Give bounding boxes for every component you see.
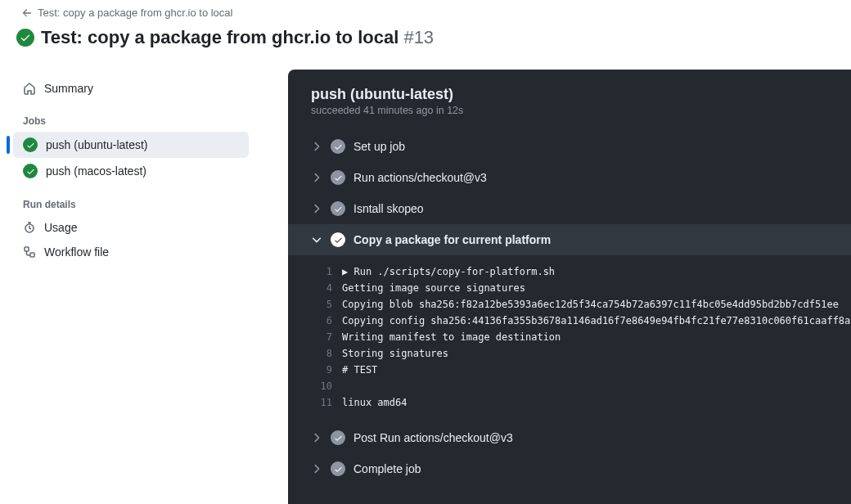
sidebar-workflow-file[interactable]: Workflow file: [13, 240, 249, 264]
steps-list: Set up job Run actions/checkout@v3 Isnta…: [288, 126, 851, 489]
chevron-right-icon: [311, 463, 322, 475]
svg-rect-1: [25, 247, 29, 251]
check-icon: [23, 164, 38, 178]
log-line-text: # TEST: [342, 362, 377, 378]
sidebar-job-macos[interactable]: push (macos-latest): [13, 158, 249, 184]
sidebar-job-ubuntu[interactable]: push (ubuntu-latest): [13, 132, 249, 158]
home-icon: [23, 82, 36, 95]
log-line: 4Getting image source signatures: [311, 280, 828, 296]
stopwatch-icon: [23, 221, 36, 234]
check-icon: [331, 170, 345, 185]
step-checkout[interactable]: Run actions/checkout@v3: [288, 162, 851, 193]
log-line: 1▶ Run ./scripts/copy-for-platform.sh: [311, 263, 828, 280]
log-line-number: 9: [311, 362, 332, 378]
chevron-right-icon: [311, 203, 322, 214]
step-label: Isntall skopeo: [353, 202, 424, 215]
back-link[interactable]: Test: copy a package from ghcr.io to loc…: [21, 7, 232, 19]
log-line: 9# TEST: [311, 362, 828, 378]
step-label: Set up job: [353, 140, 405, 153]
log-line: 10: [311, 378, 828, 394]
job-subtitle: succeeded 41 minutes ago in 12s: [311, 105, 828, 116]
sidebar-rundetails-heading: Run details: [13, 184, 249, 215]
step-setup-job[interactable]: Set up job: [288, 131, 851, 162]
chevron-right-icon: [311, 172, 322, 183]
check-icon: [331, 139, 345, 154]
log-line-text: Storing signatures: [342, 345, 448, 362]
sidebar-usage-label: Usage: [44, 221, 77, 234]
step-post-checkout[interactable]: Post Run actions/checkout@v3: [288, 422, 851, 453]
step-label: Post Run actions/checkout@v3: [353, 431, 513, 444]
log-line-number: 5: [311, 296, 332, 313]
log-line-number: 11: [311, 394, 332, 411]
step-label: Copy a package for current platform: [353, 233, 551, 246]
log-panel: push (ubuntu-latest) succeeded 41 minute…: [288, 70, 851, 504]
check-icon: [331, 430, 345, 445]
check-icon: [331, 232, 345, 247]
log-line-number: 7: [311, 329, 332, 345]
check-icon: [331, 461, 345, 476]
job-header: push (ubuntu-latest) succeeded 41 minute…: [288, 70, 851, 126]
page-title: Test: copy a package from ghcr.io to loc…: [41, 27, 434, 48]
log-line-text: ▶ Run ./scripts/copy-for-platform.sh: [342, 263, 555, 280]
sidebar-job-label: push (ubuntu-latest): [46, 138, 148, 151]
log-line: 11linux amd64: [311, 394, 828, 411]
log-line-number: 8: [311, 345, 332, 362]
log-line: 8Storing signatures: [311, 345, 828, 362]
chevron-down-icon: [311, 234, 322, 245]
log-line: 6Copying config sha256:44136fa355b3678a1…: [311, 313, 828, 329]
sidebar-summary-label: Summary: [44, 82, 93, 95]
log-line-text: Copying blob sha256:f82a12be5393a6ec12d5…: [342, 296, 839, 313]
sidebar-summary[interactable]: Summary: [13, 76, 249, 101]
step-label: Complete job: [353, 462, 421, 475]
log-line-number: 6: [311, 313, 332, 329]
log-line-number: 4: [311, 280, 332, 296]
step-install-skopeo[interactable]: Isntall skopeo: [288, 193, 851, 224]
log-line-number: 1: [311, 263, 332, 280]
step-complete-job[interactable]: Complete job: [288, 453, 851, 484]
step-log[interactable]: 1▶ Run ./scripts/copy-for-platform.sh4Ge…: [288, 255, 851, 422]
log-line-text: Writing manifest to image destination: [342, 329, 561, 345]
log-line-number: 10: [311, 378, 332, 394]
status-success-icon: [16, 29, 34, 47]
sidebar-jobs-heading: Jobs: [13, 101, 249, 132]
sidebar: Summary Jobs push (ubuntu-latest) push (…: [13, 70, 249, 504]
sidebar-job-label: push (macos-latest): [46, 164, 146, 178]
job-title: push (ubuntu-latest): [311, 86, 828, 103]
back-label: Test: copy a package from ghcr.io to loc…: [38, 7, 232, 19]
check-icon: [23, 137, 38, 152]
chevron-right-icon: [311, 432, 322, 443]
check-icon: [331, 201, 345, 216]
log-line: 5Copying blob sha256:f82a12be5393a6ec12d…: [311, 296, 828, 313]
page-header: Test: copy a package from ghcr.io to loc…: [0, 0, 851, 60]
workflow-file-icon: [23, 245, 36, 259]
chevron-right-icon: [311, 141, 322, 152]
log-line: 7Writing manifest to image destination: [311, 329, 828, 345]
sidebar-workflow-label: Workflow file: [44, 245, 109, 259]
step-label: Run actions/checkout@v3: [353, 171, 487, 184]
log-line-text: linux amd64: [342, 394, 407, 411]
sidebar-usage[interactable]: Usage: [13, 215, 249, 240]
step-copy-package[interactable]: Copy a package for current platform: [288, 224, 851, 255]
arrow-left-icon: [21, 7, 33, 19]
svg-rect-2: [30, 253, 34, 257]
log-line-text: Copying config sha256:44136fa355b3678a11…: [342, 313, 850, 329]
log-line-text: Getting image source signatures: [342, 280, 525, 296]
title-row: Test: copy a package from ghcr.io to loc…: [16, 27, 835, 48]
